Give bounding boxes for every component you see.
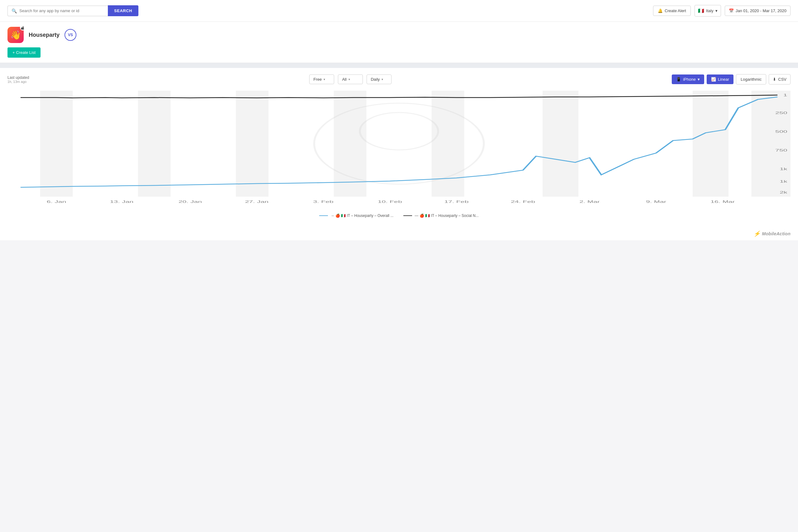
search-button[interactable]: SEARCH xyxy=(108,5,138,16)
legend-label-blue: → 🍎 🇮🇹 IT – Houseparty – Overall ... xyxy=(330,213,393,218)
section-divider xyxy=(0,63,798,68)
filter-daily-value: Daily xyxy=(370,77,380,82)
date-range-label: Jan 01, 2020 - Mar 17, 2020 xyxy=(736,8,786,13)
footer-logo: ⚡ MobileAction xyxy=(0,224,798,240)
header: 🔍 SEARCH 🔔 Create Alert 🇮🇹 Italy 📅 Jan 0… xyxy=(0,0,798,22)
legend-line-black xyxy=(403,215,412,216)
filter-daily-dropdown[interactable]: Daily ▾ xyxy=(366,75,392,84)
calendar-icon: 📅 xyxy=(729,8,734,13)
country-label: Italy xyxy=(706,8,714,13)
chart-icon: 📈 xyxy=(711,77,716,82)
app-info-area: 👋 Houseparty VS + Create List xyxy=(0,22,798,63)
svg-text:17. Feb: 17. Feb xyxy=(444,200,469,204)
linear-label: Linear xyxy=(718,77,729,82)
phone-icon: 📱 xyxy=(676,77,681,82)
mobile-action-logo: ⚡ MobileAction xyxy=(754,230,791,237)
svg-text:20. Jan: 20. Jan xyxy=(178,200,202,204)
filter-all-dropdown[interactable]: All ▾ xyxy=(338,75,363,84)
filter-free-value: Free xyxy=(313,77,322,82)
svg-rect-6 xyxy=(692,91,728,197)
svg-rect-4 xyxy=(432,91,464,197)
svg-text:10. Feb: 10. Feb xyxy=(378,200,402,204)
app-name: Houseparty xyxy=(29,32,59,38)
filter-all-value: All xyxy=(342,77,346,82)
svg-text:500: 500 xyxy=(775,130,787,133)
chevron-down-icon: ▾ xyxy=(382,78,383,81)
svg-text:1k: 1k xyxy=(780,167,788,171)
download-icon: ⬇ xyxy=(773,77,776,82)
csv-label: CSV xyxy=(778,77,786,82)
svg-rect-2 xyxy=(236,91,269,197)
apple-icon xyxy=(21,26,25,30)
svg-text:1: 1 xyxy=(783,93,787,97)
svg-text:2k: 2k xyxy=(780,190,788,194)
bell-icon: 🔔 xyxy=(658,8,663,13)
svg-text:2. Mar: 2. Mar xyxy=(580,200,600,204)
svg-rect-5 xyxy=(543,91,578,197)
app-icon-wrapper: 👋 xyxy=(7,27,24,43)
svg-text:9. Mar: 9. Mar xyxy=(646,200,666,204)
chevron-down-icon: ▾ xyxy=(324,78,325,81)
chart-legend: → 🍎 🇮🇹 IT – Houseparty – Overall ... — 🍎… xyxy=(7,213,791,218)
search-input[interactable] xyxy=(19,8,104,13)
legend-item-blue: → 🍎 🇮🇹 IT – Houseparty – Overall ... xyxy=(319,213,393,218)
chevron-down-icon: ▾ xyxy=(698,77,700,82)
svg-text:24. Feb: 24. Feb xyxy=(511,200,535,204)
vs-button[interactable]: VS xyxy=(64,29,76,41)
country-flag: 🇮🇹 xyxy=(698,8,704,14)
svg-text:13. Jan: 13. Jan xyxy=(110,200,133,204)
chart-right-controls: 📱 iPhone ▾ 📈 Linear Logarithmic ⬇ CSV xyxy=(672,74,791,84)
ma-logo-text: MobileAction xyxy=(762,231,791,236)
svg-text:750: 750 xyxy=(775,148,787,152)
last-updated: Last updated 1h, 13m ago xyxy=(7,75,29,83)
last-updated-label: Last updated xyxy=(7,75,29,80)
create-list-button[interactable]: + Create List xyxy=(7,48,40,58)
svg-text:1k: 1k xyxy=(780,179,788,183)
chart-svg: 1 250 500 750 1k 1k 2k 6. Jan 13. Jan 20… xyxy=(7,91,791,209)
linear-button[interactable]: 📈 Linear xyxy=(707,75,734,84)
svg-text:16. Mar: 16. Mar xyxy=(710,200,735,204)
logarithmic-button[interactable]: Logarithmic xyxy=(736,74,766,84)
search-input-wrapper: 🔍 xyxy=(7,6,108,16)
chart-controls: Last updated 1h, 13m ago Free ▾ All ▾ Da… xyxy=(7,74,791,84)
apple-badge xyxy=(20,25,25,31)
iphone-button[interactable]: 📱 iPhone ▾ xyxy=(672,75,704,84)
csv-button[interactable]: ⬇ CSV xyxy=(769,74,791,84)
svg-rect-1 xyxy=(138,91,171,197)
svg-point-27 xyxy=(360,113,438,150)
ma-icon: ⚡ xyxy=(754,230,760,237)
chart-wrapper: 1 250 500 750 1k 1k 2k 6. Jan 13. Jan 20… xyxy=(7,91,791,209)
filter-free-dropdown[interactable]: Free ▾ xyxy=(309,75,334,84)
chart-container: Last updated 1h, 13m ago Free ▾ All ▾ Da… xyxy=(0,68,798,224)
svg-text:6. Jan: 6. Jan xyxy=(47,200,66,204)
chevron-down-icon: ▾ xyxy=(348,78,350,81)
last-updated-time: 1h, 13m ago xyxy=(7,80,29,83)
header-right: 🔔 Create Alert 🇮🇹 Italy 📅 Jan 01, 2020 -… xyxy=(653,5,791,17)
svg-rect-3 xyxy=(334,91,366,197)
create-alert-label: Create Alert xyxy=(665,8,686,13)
svg-rect-0 xyxy=(40,91,73,197)
legend-item-black: — 🍎 🇮🇹 IT – Houseparty – Social N... xyxy=(403,213,478,218)
app-row: 👋 Houseparty VS xyxy=(7,27,791,43)
country-selector[interactable]: 🇮🇹 Italy xyxy=(695,5,721,17)
date-range-picker[interactable]: 📅 Jan 01, 2020 - Mar 17, 2020 xyxy=(725,6,791,16)
legend-label-black: — 🍎 🇮🇹 IT – Houseparty – Social N... xyxy=(415,213,478,218)
create-list-row: + Create List xyxy=(7,48,791,58)
svg-text:3. Feb: 3. Feb xyxy=(313,200,334,204)
svg-text:27. Jan: 27. Jan xyxy=(245,200,268,204)
iphone-label: iPhone xyxy=(683,77,696,82)
svg-text:250: 250 xyxy=(775,111,787,115)
app-emoji: 👋 xyxy=(10,30,21,40)
legend-line-blue xyxy=(319,215,328,216)
search-area: 🔍 SEARCH xyxy=(7,5,138,16)
chevron-down-icon xyxy=(716,8,718,13)
search-icon: 🔍 xyxy=(12,8,17,13)
create-alert-button[interactable]: 🔔 Create Alert xyxy=(653,6,691,16)
